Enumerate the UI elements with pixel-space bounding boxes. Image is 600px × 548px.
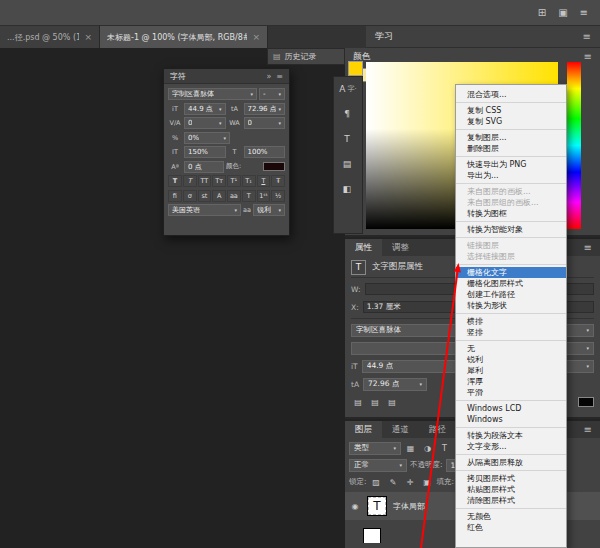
panel-menu-icon[interactable]: ≡ [583,31,591,42]
context-menu-item[interactable]: 转换为形状 [456,300,566,314]
align-right-button[interactable]: ▤ [385,396,399,408]
discretionary-ligatures-button[interactable]: st [198,190,212,202]
character-panel-header[interactable]: 字符 » ≡ [164,69,289,84]
context-menu-item[interactable]: 复制 CSS [456,105,566,116]
context-menu-item[interactable]: 横排 [456,316,566,327]
context-menu-item[interactable]: 竖排 [456,327,566,341]
language-select[interactable]: 美国英语▾ [168,204,241,216]
foreground-color-swatch[interactable] [348,61,363,76]
strikethrough-button[interactable]: Ŧ [271,175,285,187]
collapsed-character-panel[interactable]: A 字· [339,81,356,97]
layer-thumbnail[interactable]: T [367,496,387,516]
swash-button[interactable]: A [212,190,226,202]
collapsed-paragraph-panel[interactable]: ¶ [344,106,352,122]
collapse-icon[interactable]: » [266,72,271,81]
text-color-swatch[interactable] [578,397,594,407]
lock-transparency-icon[interactable]: ▨ [370,478,383,487]
lock-pixels-icon[interactable]: ✎ [387,478,400,487]
panel-menu-icon[interactable]: ≡ [276,72,283,81]
context-menu-item[interactable]: 平滑 [456,387,566,401]
baseline-shift-field[interactable]: 0 点 [184,161,224,173]
document-tab[interactable]: ...径.psd @ 50% (1... × [0,26,100,48]
context-menu-item[interactable]: 栅格化图层样式 [456,278,566,289]
small-caps-button[interactable]: Tᴛ [212,175,226,187]
leading-select[interactable]: 72.96 点▾ [244,103,286,115]
font-size-select[interactable]: 44.9 点▾ [184,103,226,115]
tab-properties[interactable]: 属性 [345,239,382,256]
underline-button[interactable]: T [257,175,271,187]
context-menu-item[interactable]: 转换为段落文本 [456,430,566,441]
stylistic-alternates-button[interactable]: aa [227,190,241,202]
context-menu-item[interactable]: Windows LCD [456,403,566,414]
context-menu-item[interactable]: 复制 SVG [456,116,566,130]
context-menu-item[interactable]: 快速导出为 PNG [456,159,566,170]
context-menu-item[interactable]: 选择链接图层 [456,251,566,265]
context-menu-item[interactable]: 犀利 [456,365,566,376]
close-icon[interactable]: × [84,32,92,42]
collapsed-libraries-panel[interactable]: ◧ [343,181,354,197]
font-style-select[interactable]: -▾ [259,88,285,100]
leading-select[interactable]: 72.96 点▾ [363,378,427,391]
blend-mode-select[interactable]: 正常▾ [349,459,407,472]
context-menu-item[interactable]: 粘贴图层样式 [456,484,566,495]
window-icon[interactable]: ▣ [558,7,567,18]
close-icon[interactable]: × [252,32,260,42]
filter-type-icon[interactable]: T [438,444,451,453]
context-menu-item[interactable]: Windows [456,414,566,428]
layer-name[interactable]: 字体局部 [393,501,425,512]
titling-alternates-button[interactable]: T [242,190,256,202]
context-menu-item[interactable]: 从隔离图层释放 [456,457,566,471]
ligatures-button[interactable]: fi [168,190,182,202]
subscript-button[interactable]: T₁ [242,175,256,187]
document-tab[interactable]: 未标题-1 @ 100% (字体局部, RGB/8#) × [100,26,268,48]
layer-thumbnail[interactable] [363,528,381,543]
context-menu-item[interactable]: 文字变形... [456,441,566,455]
context-menu-item[interactable]: 复制图层... [456,132,566,143]
collapsed-glyphs-panel[interactable]: T [344,131,352,147]
history-panel-tab[interactable]: ▤ 历史记录 [267,48,345,65]
panel-menu-icon[interactable]: ≡ [584,424,592,435]
context-menu-item[interactable]: 创建工作路径 [456,289,566,300]
eye-icon[interactable]: ◉ [349,502,361,511]
font-family-select[interactable]: 字制区喜脉体▾ [168,88,257,100]
superscript-button[interactable]: T¹ [227,175,241,187]
antialias-select[interactable]: 锐利▾ [253,204,285,216]
panel-menu-icon[interactable]: ≡ [584,51,592,62]
context-menu-item[interactable]: 导出为... [456,170,566,184]
context-menu-item[interactable]: 清除图层样式 [456,495,566,509]
filter-pixel-icon[interactable]: ▦ [404,444,417,453]
context-menu-item[interactable]: 删除图层 [456,143,566,157]
tab-adjustments[interactable]: 调整 [382,239,419,256]
ordinals-button[interactable]: 1ˢᵗ [257,190,271,202]
context-menu-item[interactable]: 无颜色 [456,511,566,522]
context-menu-item[interactable]: 链接图层 [456,240,566,251]
fractions-button[interactable]: ½ [271,190,285,202]
horizontal-scale-field[interactable]: 100% [244,146,286,158]
layer-filter-select[interactable]: 类型▾ [349,442,401,455]
lock-position-icon[interactable]: ✛ [404,478,417,487]
tab-layers[interactable]: 图层 [345,421,382,438]
faux-bold-button[interactable]: T [168,175,182,187]
context-menu-item[interactable]: 锐利 [456,354,566,365]
context-menu-item[interactable]: 转换为智能对象 [456,224,566,238]
kerning-select[interactable]: 0▾ [184,117,226,129]
contextual-alternates-button[interactable]: ơ [183,190,197,202]
tab-channels[interactable]: 通道 [382,421,419,438]
lock-all-icon[interactable]: ▣ [421,478,434,487]
collapsed-adjustments-panel[interactable]: ▤ [343,156,354,172]
context-menu-item[interactable]: 混合选项... [456,89,566,103]
align-center-button[interactable]: ▤ [368,396,382,408]
context-menu-item[interactable]: 浑厚 [456,376,566,387]
context-menu-item[interactable]: 无 [456,343,566,354]
font-size-select[interactable]: 44.9 点▾ [362,360,469,373]
panel-menu-icon[interactable]: ≡ [584,242,592,253]
proportional-spacing-select[interactable]: 0%▾ [184,132,230,144]
faux-italic-button[interactable]: T [183,175,197,187]
menu-icon[interactable]: ≡ [580,7,588,18]
all-caps-button[interactable]: TT [198,175,212,187]
context-menu-item[interactable]: 栅格化文字 [456,267,566,278]
context-menu-item[interactable]: 来自图层的画板... [456,186,566,197]
context-menu-item[interactable]: 拷贝图层样式 [456,473,566,484]
tab-paths[interactable]: 路径 [419,421,456,438]
context-menu-item[interactable]: 红色 [456,522,566,533]
